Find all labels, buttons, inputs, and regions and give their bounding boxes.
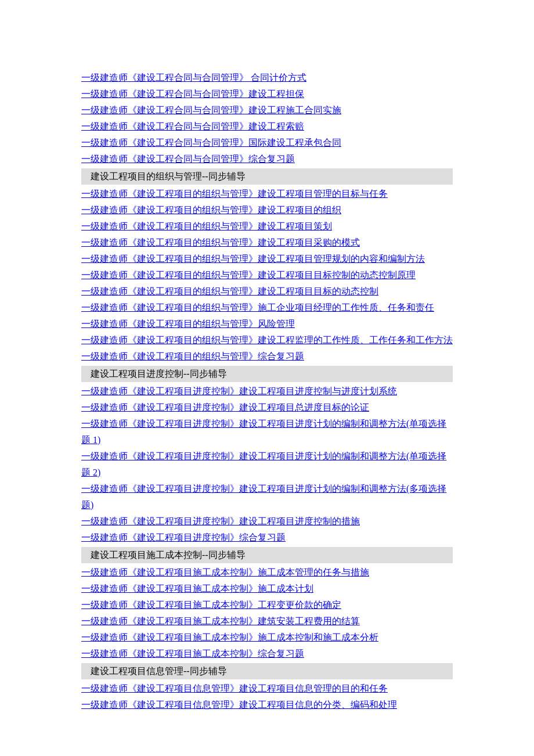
list-item[interactable]: 一级建造师《建设工程项目施工成本控制》建筑安装工程费用的结算 — [81, 613, 453, 629]
section-header: 建设工程项目的组织与管理--同步辅导 — [81, 168, 453, 185]
list-item[interactable]: 一级建造师《建设工程项目进度控制》建设工程项目进度计划的编制和调整方法(单项选择… — [81, 448, 453, 481]
list-item[interactable]: 一级建造师《建设工程项目的组织与管理》施工企业项目经理的工作性质、任务和责任 — [81, 300, 453, 316]
list-item[interactable]: 一级建造师《建设工程项目施工成本控制》工程变更价款的确定 — [81, 597, 453, 613]
list-item[interactable]: 一级建造师《建设工程项目施工成本控制》施工成本计划 — [81, 581, 453, 597]
list-item[interactable]: 一级建造师《建设工程项目进度控制》综合复习题 — [81, 530, 453, 546]
list-item[interactable]: 一级建造师《建设工程合同与合同管理》国际建设工程承包合同 — [81, 135, 453, 151]
list-item[interactable]: 一级建造师《建设工程项目的组织与管理》建设工程项目策划 — [81, 218, 453, 235]
list-item[interactable]: 一级建造师《建设工程项目进度控制》建设工程项目进度控制的措施 — [81, 513, 453, 530]
list-item[interactable]: 一级建造师《建设工程项目的组织与管理》建设工程项目管理规划的内容和编制方法 — [81, 251, 453, 267]
list-item[interactable]: 一级建造师《建设工程项目的组织与管理》建设工程项目的组织 — [81, 202, 453, 218]
list-item[interactable]: 一级建造师《建设工程合同与合同管理》 合同计价方式 — [81, 70, 453, 86]
list-item[interactable]: 一级建造师《建设工程项目的组织与管理》综合复习题 — [81, 348, 453, 365]
document-content: 一级建造师《建设工程合同与合同管理》 合同计价方式 一级建造师《建设工程合同与合… — [81, 70, 453, 713]
list-item[interactable]: 一级建造师《建设工程项目施工成本控制》施工成本控制和施工成本分析 — [81, 629, 453, 646]
list-item[interactable]: 一级建造师《建设工程项目的组织与管理》建设工程监理的工作性质、工作任务和工作方法 — [81, 332, 453, 348]
list-item[interactable]: 一级建造师《建设工程合同与合同管理》建设工程施工合同实施 — [81, 102, 453, 118]
list-item[interactable]: 一级建造师《建设工程项目进度控制》建设工程项目进度控制与进度计划系统 — [81, 383, 453, 399]
list-item[interactable]: 一级建造师《建设工程项目信息管理》建设工程项目信息的分类、编码和处理 — [81, 697, 453, 713]
list-item[interactable]: 一级建造师《建设工程合同与合同管理》建设工程索赔 — [81, 118, 453, 135]
section-header: 建设工程项目施工成本控制--同步辅导 — [81, 547, 453, 563]
section-header: 建设工程项目信息管理--同步辅导 — [81, 663, 453, 679]
list-item[interactable]: 一级建造师《建设工程项目的组织与管理》建设工程项目采购的模式 — [81, 235, 453, 251]
list-item[interactable]: 一级建造师《建设工程合同与合同管理》建设工程担保 — [81, 86, 453, 102]
list-item[interactable]: 一级建造师《建设工程项目进度控制》建设工程项目总进度目标的论证 — [81, 399, 453, 416]
list-item[interactable]: 一级建造师《建设工程项目的组织与管理》风险管理 — [81, 316, 453, 332]
list-item[interactable]: 一级建造师《建设工程项目的组织与管理》建设工程项目目标控制的动态控制原理 — [81, 267, 453, 283]
list-item[interactable]: 一级建造师《建设工程项目的组织与管理》建设工程项目管理的目标与任务 — [81, 186, 453, 202]
list-item[interactable]: 一级建造师《建设工程合同与合同管理》综合复习题 — [81, 151, 453, 167]
list-item[interactable]: 一级建造师《建设工程项目进度控制》建设工程项目进度计划的编制和调整方法(单项选择… — [81, 416, 453, 448]
list-item[interactable]: 一级建造师《建设工程项目施工成本控制》综合复习题 — [81, 646, 453, 662]
list-item[interactable]: 一级建造师《建设工程项目进度控制》建设工程项目进度计划的编制和调整方法(多项选择… — [81, 481, 453, 513]
section-header: 建设工程项目进度控制--同步辅导 — [81, 366, 453, 382]
list-item[interactable]: 一级建造师《建设工程项目信息管理》建设工程项目信息管理的目的和任务 — [81, 681, 453, 697]
list-item[interactable]: 一级建造师《建设工程项目的组织与管理》建设工程项目目标的动态控制 — [81, 283, 453, 300]
list-item[interactable]: 一级建造师《建设工程项目施工成本控制》施工成本管理的任务与措施 — [81, 564, 453, 581]
